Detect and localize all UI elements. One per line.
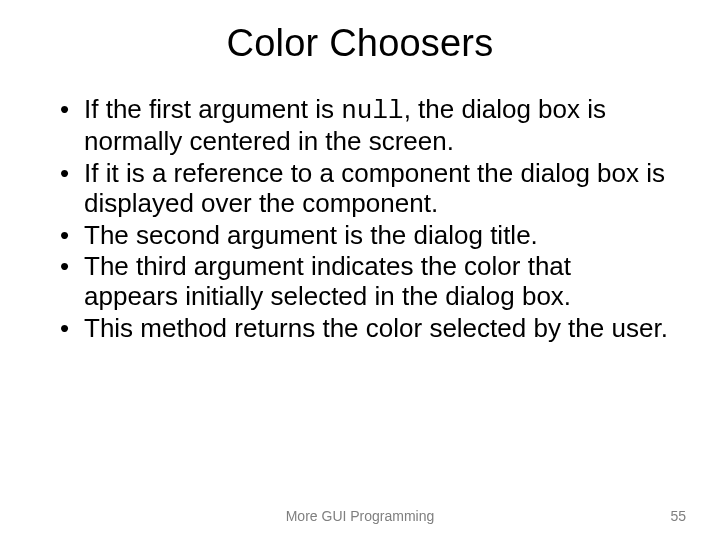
page-number: 55	[670, 508, 686, 524]
bullet-item: This method returns the color selected b…	[58, 314, 670, 344]
footer-text: More GUI Programming	[0, 508, 720, 524]
code-literal: null	[341, 96, 403, 126]
bullet-item: The second argument is the dialog title.	[58, 221, 670, 251]
slide-title: Color Choosers	[50, 22, 670, 65]
bullet-item: If the first argument is null, the dialo…	[58, 95, 670, 157]
bullet-list: If the first argument is null, the dialo…	[50, 95, 670, 344]
bullet-text: The third argument indicates the color t…	[84, 251, 571, 311]
bullet-item: The third argument indicates the color t…	[58, 252, 670, 312]
bullet-text: This method returns the color selected b…	[84, 313, 668, 343]
bullet-text: If it is a reference to a component the …	[84, 158, 665, 218]
bullet-text: The second argument is the dialog title.	[84, 220, 538, 250]
slide: Color Choosers If the first argument is …	[0, 0, 720, 540]
bullet-item: If it is a reference to a component the …	[58, 159, 670, 219]
bullet-text: If the first argument is	[84, 94, 341, 124]
